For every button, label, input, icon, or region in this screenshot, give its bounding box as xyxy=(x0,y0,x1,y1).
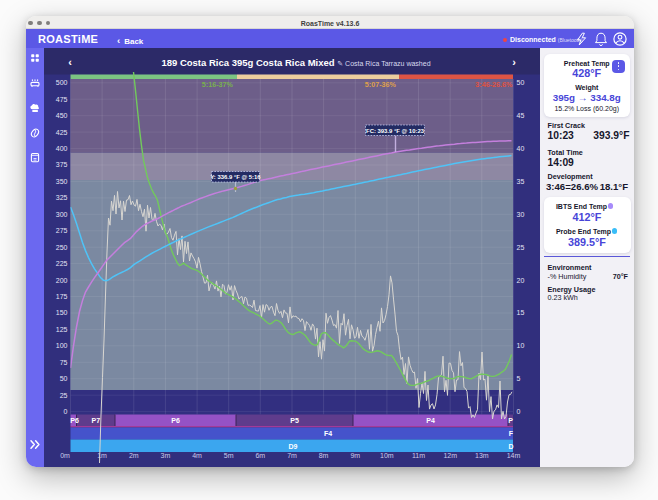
svg-text:P6: P6 xyxy=(171,417,180,424)
svg-text:250: 250 xyxy=(56,244,68,251)
svg-text:275: 275 xyxy=(56,227,68,234)
svg-text:3:46-26.6%: 3:46-26.6% xyxy=(475,80,513,89)
svg-text:5:16-37%: 5:16-37% xyxy=(202,80,234,89)
svg-text:F: F xyxy=(509,430,514,437)
svg-text:2m: 2m xyxy=(129,452,139,459)
svg-text:P6: P6 xyxy=(70,417,79,424)
svg-text:FC: 393.9 °F @ 10:23: FC: 393.9 °F @ 10:23 xyxy=(366,128,425,134)
svg-text:0m: 0m xyxy=(60,452,70,459)
svg-text:8m: 8m xyxy=(319,452,329,459)
svg-text:5m: 5m xyxy=(224,452,234,459)
svg-text:25: 25 xyxy=(517,244,525,251)
svg-text:35: 35 xyxy=(517,178,525,185)
svg-text:1m: 1m xyxy=(97,452,107,459)
svg-text:4m: 4m xyxy=(192,452,202,459)
svg-text:325: 325 xyxy=(56,194,68,201)
svg-text:225: 225 xyxy=(56,260,68,267)
svg-text:200: 200 xyxy=(56,277,68,284)
svg-text:P5: P5 xyxy=(290,417,299,424)
svg-text:0: 0 xyxy=(517,408,521,415)
svg-text:30: 30 xyxy=(517,211,525,218)
svg-text:100: 100 xyxy=(56,342,68,349)
svg-text:10: 10 xyxy=(517,342,525,349)
svg-text:175: 175 xyxy=(56,293,68,300)
svg-text:13m: 13m xyxy=(475,452,489,459)
svg-text:9m: 9m xyxy=(350,452,360,459)
svg-text:‹: ‹ xyxy=(68,56,72,68)
svg-text:75: 75 xyxy=(60,359,68,366)
svg-text:500: 500 xyxy=(56,79,68,86)
svg-text:3m: 3m xyxy=(161,452,171,459)
svg-text:11m: 11m xyxy=(412,452,425,459)
svg-text:40: 40 xyxy=(517,145,525,152)
svg-text:›: › xyxy=(512,56,516,68)
svg-text:D: D xyxy=(508,443,513,450)
svg-text:5:07-36%: 5:07-36% xyxy=(365,80,397,89)
svg-text:425: 425 xyxy=(56,129,68,136)
svg-text:475: 475 xyxy=(56,96,68,103)
svg-text:P4: P4 xyxy=(426,417,435,424)
svg-text:50: 50 xyxy=(517,79,525,86)
svg-text:25: 25 xyxy=(60,392,68,399)
svg-text:125: 125 xyxy=(56,326,68,333)
svg-text:375: 375 xyxy=(56,161,68,168)
svg-text:D9: D9 xyxy=(289,443,298,450)
svg-text:450: 450 xyxy=(56,112,68,119)
svg-text:0: 0 xyxy=(64,408,68,415)
svg-text:Y: 336.9 °F @ 5:16: Y: 336.9 °F @ 5:16 xyxy=(210,174,261,180)
svg-text:7m: 7m xyxy=(287,452,297,459)
svg-text:15: 15 xyxy=(517,309,525,316)
svg-text:300: 300 xyxy=(56,211,68,218)
svg-text:45: 45 xyxy=(517,112,525,119)
svg-text:150: 150 xyxy=(56,309,68,316)
svg-text:P7: P7 xyxy=(92,417,101,424)
svg-text:400: 400 xyxy=(56,145,68,152)
svg-text:F4: F4 xyxy=(324,430,332,437)
svg-text:12m: 12m xyxy=(443,452,457,459)
svg-text:6m: 6m xyxy=(255,452,265,459)
svg-text:P: P xyxy=(508,417,513,424)
svg-text:50: 50 xyxy=(60,375,68,382)
svg-text:20: 20 xyxy=(517,277,525,284)
svg-text:10m: 10m xyxy=(380,452,394,459)
svg-text:14m: 14m xyxy=(507,452,521,459)
svg-text:350: 350 xyxy=(56,178,68,185)
svg-text:5: 5 xyxy=(517,375,521,382)
